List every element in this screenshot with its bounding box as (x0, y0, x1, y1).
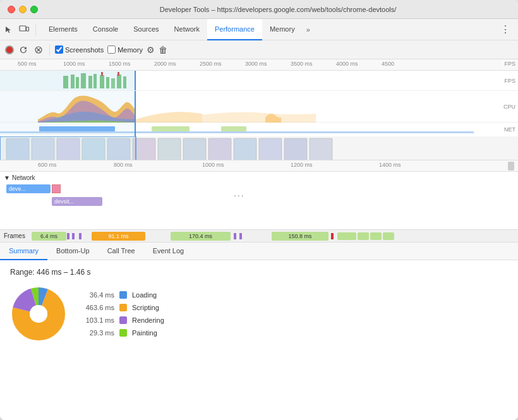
tab-sources[interactable]: Sources (126, 19, 166, 40)
frames-row: Frames 6.4 ms 91.1 ms 170.4 ms 150.8 ms (0, 229, 518, 242)
rendering-value: 103.1 ms (80, 316, 114, 324)
traffic-lights (8, 6, 38, 13)
svg-rect-0 (20, 26, 26, 31)
memory-checkbox-input[interactable] (107, 45, 116, 54)
screenshots-thumbs (0, 136, 474, 160)
settings-icon[interactable]: ⚙ (147, 45, 155, 55)
btick-1000: 1000 ms (202, 162, 224, 168)
bottom-tabs: Summary Bottom-Up Call Tree Event Log (0, 243, 518, 260)
net-bar-devsit: devsit... (52, 197, 102, 206)
svg-rect-26 (158, 138, 181, 160)
frame-mini-4 (383, 232, 394, 240)
frame-marker-4 (234, 233, 236, 239)
trash-icon[interactable]: 🗑 (159, 45, 167, 55)
cpu-track-label: CPU (503, 104, 515, 110)
fps-selection (0, 71, 136, 90)
minimize-button[interactable] (19, 6, 27, 13)
btick-1400: 1400 ms (379, 162, 401, 168)
cursor-icon[interactable] (3, 23, 15, 36)
memory-checkbox[interactable]: Memory (107, 45, 143, 54)
legend-scripting: 463.6 ms Scripting (80, 304, 164, 311)
tab-network[interactable]: Network (167, 19, 207, 40)
frame-3: 170.4 ms (171, 232, 231, 241)
rendering-label: Rendering (132, 316, 164, 324)
reload-button[interactable] (18, 44, 29, 56)
tab-memory[interactable]: Memory (262, 19, 303, 40)
frame-marker-red (331, 233, 334, 239)
top-timeline: 500 ms 1000 ms 1500 ms 2000 ms 2500 ms 3… (0, 59, 518, 160)
pie-chart-svg (10, 285, 67, 342)
painting-label: Painting (132, 329, 157, 337)
screenshots-checkbox[interactable]: Screenshots (55, 45, 104, 54)
frame-mini-3 (370, 232, 382, 240)
tick-2500: 2500 ms (200, 61, 222, 67)
svg-rect-30 (259, 138, 282, 160)
svg-point-39 (30, 305, 47, 323)
tab-performance[interactable]: Performance (207, 19, 262, 40)
tab-console[interactable]: Console (85, 19, 126, 40)
btick-600: 600 ms (38, 162, 57, 168)
collapse-icon[interactable]: ▼ (4, 174, 10, 181)
tick-500: 500 ms (18, 61, 37, 67)
tick-3500: 3500 ms (291, 61, 313, 67)
svg-rect-28 (208, 138, 231, 160)
summary-panel: Range: 446 ms – 1.46 s (0, 260, 518, 420)
ellipsis: ... (234, 188, 245, 198)
maximize-button[interactable] (30, 6, 38, 13)
performance-toolbar: Screenshots Memory ⚙ 🗑 (0, 40, 518, 59)
frame-1: 6.4 ms (32, 232, 66, 241)
bottom-time-ruler: 600 ms 800 ms 1000 ms 1200 ms 1400 ms (0, 160, 518, 172)
more-options-button[interactable]: ⋮ (495, 23, 515, 35)
scripting-label: Scripting (132, 304, 159, 311)
net-bar-icon (52, 184, 61, 193)
tick-1500: 1500 ms (109, 61, 131, 67)
pie-chart (10, 285, 67, 342)
separator-1 (49, 44, 50, 56)
toolbar-icons (3, 23, 36, 36)
net-bar-deve: deve... (6, 184, 51, 193)
cpu-selection (0, 91, 136, 122)
screenshots-strip (0, 136, 518, 160)
tab-elements[interactable]: Elements (41, 19, 85, 40)
screenshots-checkbox-input[interactable] (55, 45, 63, 54)
network-section: ▼ Network deve... devsit... ... (0, 172, 518, 229)
btick-800: 800 ms (114, 162, 133, 168)
fps-label-top: FPS (504, 61, 515, 67)
title-bar: Developer Tools – https://developers.goo… (0, 0, 518, 19)
devtools-window: Developer Tools – https://developers.goo… (0, 0, 518, 420)
clear-button[interactable] (33, 44, 44, 56)
frame-mini-1 (337, 232, 356, 240)
svg-rect-32 (310, 138, 332, 160)
network-label-row: ▼ Network (0, 172, 518, 183)
top-time-ruler: 500 ms 1000 ms 1500 ms 2000 ms 2500 ms 3… (0, 59, 518, 71)
scripting-value: 463.6 ms (80, 304, 114, 311)
rendering-color (119, 316, 127, 324)
net-track-label: NET (504, 126, 515, 133)
summary-legend: 36.4 ms Loading 463.6 ms Scripting 103.1… (80, 285, 164, 342)
svg-rect-31 (284, 138, 307, 160)
devtools-panel: Elements Console Sources Network Perform… (0, 19, 518, 420)
svg-rect-1 (27, 27, 29, 31)
net-selection (0, 123, 136, 136)
net-track: NET (0, 123, 518, 136)
device-toggle-icon[interactable] (18, 23, 30, 36)
summary-range: Range: 446 ms – 1.46 s (10, 268, 508, 277)
scroll-thumb[interactable] (508, 162, 514, 171)
close-button[interactable] (8, 6, 15, 13)
tab-overflow-button[interactable]: » (304, 26, 313, 33)
tab-event-log[interactable]: Event Log (144, 243, 193, 260)
record-button[interactable] (5, 45, 14, 54)
frame-marker-1 (67, 233, 69, 239)
painting-value: 29.3 ms (80, 329, 114, 337)
scripting-color (119, 304, 127, 311)
svg-rect-17 (152, 126, 190, 131)
frame-marker-2 (72, 233, 75, 239)
legend-painting: 29.3 ms Painting (80, 329, 164, 337)
tab-summary[interactable]: Summary (0, 243, 47, 260)
fps-track-label: FPS (504, 78, 515, 84)
tab-bottom-up[interactable]: Bottom-Up (47, 243, 99, 260)
tab-call-tree[interactable]: Call Tree (99, 243, 144, 260)
svg-rect-33 (0, 136, 136, 160)
network-bars: deve... devsit... ... (0, 183, 518, 215)
loading-label: Loading (132, 291, 157, 299)
